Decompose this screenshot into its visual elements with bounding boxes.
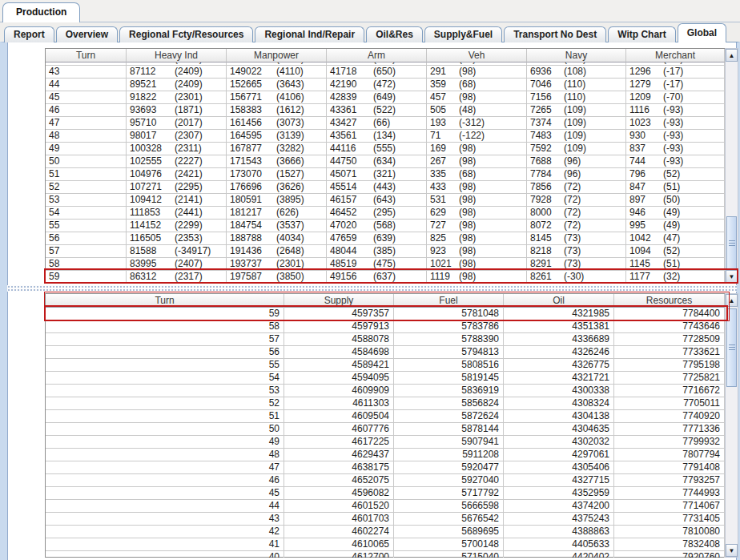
supply-table-scrollbar[interactable]: ▲ ▼ bbox=[725, 293, 738, 558]
column-header-manpower[interactable]: Manpower bbox=[227, 49, 327, 62]
table-row-turn-56[interactable]: 564584698579481343262467733621 bbox=[46, 346, 725, 359]
cell-value: 8291(73) bbox=[527, 258, 626, 271]
column-header-heavy-ind[interactable]: Heavy Ind bbox=[127, 49, 227, 62]
subtab-witp-chart[interactable]: Witp Chart bbox=[608, 26, 676, 42]
cell-value: 41718(650) bbox=[327, 66, 427, 79]
table-row-turn-55[interactable]: 55114152(2299)184754(3537)47020(568)727(… bbox=[46, 220, 725, 232]
cell-number: 995 bbox=[626, 220, 663, 232]
cell-value: 1279(-17) bbox=[626, 79, 725, 91]
column-header-oil[interactable]: Oil bbox=[504, 294, 614, 308]
cell-delta: (2317) bbox=[175, 271, 203, 283]
column-header-supply[interactable]: Supply bbox=[284, 294, 394, 308]
cell-number: 7483 bbox=[527, 130, 564, 142]
table-row-turn-57[interactable]: 5781588(-34917)191436(2648)48044(385)923… bbox=[46, 245, 725, 258]
table-row-turn-54[interactable]: 544594095581914543217217725821 bbox=[46, 372, 725, 385]
column-header-merchant[interactable]: Merchant bbox=[626, 49, 725, 62]
cell-number: 156771 bbox=[227, 91, 276, 103]
column-header-fuel[interactable]: Fuel bbox=[394, 294, 504, 308]
cell-number: 457 bbox=[427, 91, 459, 103]
table-row-turn-43[interactable]: 434601703567654243752437731405 bbox=[46, 513, 725, 526]
scroll-up-button[interactable]: ▲ bbox=[726, 294, 738, 307]
table-row-turn-40[interactable]: 404612700571504044204027920760 bbox=[46, 551, 725, 558]
table-row-turn-46[interactable]: 4693693(1871)158383(1612)43361(522)505(4… bbox=[46, 104, 725, 117]
cell-value: 45071(321) bbox=[327, 168, 427, 181]
table-row-turn-46[interactable]: 464652075592704043277157793257 bbox=[46, 474, 725, 487]
table-row-turn-50[interactable]: 504607776587814443046357771336 bbox=[46, 423, 725, 436]
subtab-global[interactable]: Global bbox=[678, 23, 726, 42]
subtab-regional-fcty-resources[interactable]: Regional Fcty/Resources bbox=[119, 26, 253, 42]
column-header-resources[interactable]: Resources bbox=[614, 294, 725, 308]
table-row-turn-56[interactable]: 56116505(2353)188788(4034)47659(639)825(… bbox=[46, 232, 725, 245]
cell-delta: (68) bbox=[459, 62, 476, 65]
cell-number: 43427 bbox=[327, 117, 373, 129]
table-row-turn-45[interactable]: 4591822(2301)156771(4106)42839(649)457(9… bbox=[46, 91, 725, 104]
column-header-arm[interactable]: Arm bbox=[327, 49, 427, 62]
cell-number: 161456 bbox=[227, 117, 276, 129]
cell-value: 4336689 bbox=[504, 333, 614, 346]
table-row-turn-52[interactable]: 52107271(2295)176696(3626)45514(443)433(… bbox=[46, 181, 725, 194]
subtab-report[interactable]: Report bbox=[4, 26, 54, 42]
table-row-turn-47[interactable]: 474638175592047743054067791408 bbox=[46, 461, 725, 474]
subtab-oil-res[interactable]: Oil&Res bbox=[366, 26, 423, 42]
column-header-veh[interactable]: Veh bbox=[427, 49, 527, 62]
table-row-turn-53[interactable]: 534609909583691943003387716672 bbox=[46, 385, 725, 397]
table-row-turn-41[interactable]: 414610065570014844056337832408 bbox=[46, 538, 725, 551]
tab-production[interactable]: Production bbox=[2, 2, 80, 22]
scrollbar-thumb[interactable] bbox=[726, 216, 737, 270]
cell-delta: (98) bbox=[459, 91, 476, 103]
subtab-supply-fuel[interactable]: Supply&Fuel bbox=[424, 26, 502, 42]
table-row-turn-47[interactable]: 4795710(2017)161456(3073)43427(66)193(-3… bbox=[46, 117, 725, 130]
table-row-turn-54[interactable]: 54111853(2441)181217(626)46452(295)629(9… bbox=[46, 207, 725, 220]
cell-delta: (72) bbox=[564, 220, 581, 232]
table-row-turn-52[interactable]: 524611303585682443083247705011 bbox=[46, 397, 725, 410]
table-row-turn-59[interactable]: 594597357578104843219857784400 bbox=[46, 308, 725, 320]
table-row-turn-49[interactable]: 494617225590794143020327799932 bbox=[46, 436, 725, 449]
table-row-turn-51[interactable]: 514609504587262443041387740920 bbox=[46, 410, 725, 423]
column-header-navy[interactable]: Navy bbox=[527, 49, 626, 62]
cell-delta: (2353) bbox=[175, 232, 203, 244]
cell-number: 433 bbox=[427, 181, 459, 193]
cell-value: 897(50) bbox=[626, 194, 725, 207]
table-row-turn-51[interactable]: 51104976(2421)173070(1527)45071(321)335(… bbox=[46, 168, 725, 181]
column-header-turn[interactable]: Turn bbox=[46, 49, 127, 62]
scroll-up-button[interactable]: ▲ bbox=[726, 49, 738, 62]
scroll-down-button[interactable]: ▼ bbox=[726, 270, 738, 283]
table-row-turn-50[interactable]: 50102555(2227)171543(3666)44750(634)267(… bbox=[46, 155, 725, 168]
table-row-turn-44[interactable]: 444601520566659843742007714067 bbox=[46, 500, 725, 513]
table-row-turn-48[interactable]: 4898017(2307)164595(3139)43561(134)71(-1… bbox=[46, 130, 725, 143]
cell-value: 4351381 bbox=[504, 320, 614, 333]
subtab-transport-no-dest[interactable]: Transport No Dest bbox=[504, 26, 606, 42]
scrollbar-thumb[interactable] bbox=[726, 308, 737, 387]
table-row-turn-43[interactable]: 4387112(2409)149022(4110)41718(650)291(9… bbox=[46, 66, 725, 79]
table-row-turn-59[interactable]: 5986312(2317)197587(3850)49156(637)1119(… bbox=[46, 271, 725, 284]
table-row-turn-58[interactable]: 584597913578378643513817743646 bbox=[46, 320, 725, 333]
scroll-down-button[interactable]: ▼ bbox=[726, 544, 738, 557]
table-row-turn-44[interactable]: 4489521(2409)152665(3643)42190(472)359(6… bbox=[46, 79, 725, 91]
cell-value: 89521(2409) bbox=[127, 79, 227, 91]
table-row-turn-55[interactable]: 554589421580851643267757795198 bbox=[46, 359, 725, 372]
cell-delta: (1871) bbox=[175, 104, 203, 116]
table-row-turn-49[interactable]: 49100328(2311)167877(3282)44116(555)169(… bbox=[46, 143, 725, 155]
cell-delta: (650) bbox=[373, 66, 396, 78]
cell-value: 5872624 bbox=[394, 410, 504, 423]
cell-number: 7928 bbox=[527, 194, 564, 206]
subtab-overview[interactable]: Overview bbox=[56, 26, 118, 42]
cell-turn: 53 bbox=[46, 194, 127, 207]
cell-delta: (639) bbox=[373, 232, 396, 244]
table-row-turn-58[interactable]: 5883995(2407)193737(2301)48519(475)1021(… bbox=[46, 258, 725, 271]
cell-delta: (3073) bbox=[276, 117, 304, 129]
table-row-turn-45[interactable]: 454596082571779243529597744993 bbox=[46, 487, 725, 500]
table-row-turn-57[interactable]: 574588078578839043366897728509 bbox=[46, 333, 725, 346]
cell-delta: (2409) bbox=[175, 79, 203, 91]
table-row-turn-53[interactable]: 53109412(2141)180591(3895)46157(643)531(… bbox=[46, 194, 725, 207]
subtab-regional-ind-repair[interactable]: Regional Ind/Repair bbox=[255, 26, 364, 42]
table-row-turn-42[interactable]: 424602274568969543888637810080 bbox=[46, 526, 725, 538]
cell-turn: 45 bbox=[46, 91, 127, 104]
table-row-turn-48[interactable]: 484629437591120842970617807794 bbox=[46, 449, 725, 461]
split-divider[interactable] bbox=[7, 285, 737, 292]
column-header-turn[interactable]: Turn bbox=[46, 294, 284, 308]
production-table-scrollbar[interactable]: ▲ ▼ bbox=[725, 48, 738, 284]
cell-value: 7046(110) bbox=[527, 79, 626, 91]
cell-delta: (98) bbox=[459, 232, 476, 244]
cell-delta: (109) bbox=[564, 117, 586, 129]
